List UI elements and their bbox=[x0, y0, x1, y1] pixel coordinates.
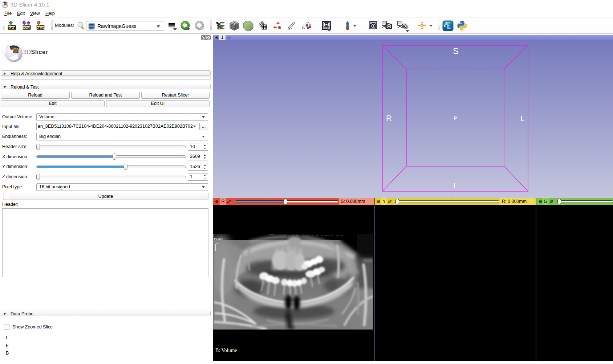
svg-text:DATA: DATA bbox=[8, 26, 16, 30]
svg-text:DCM: DCM bbox=[24, 26, 30, 30]
svg-text:L: L bbox=[520, 114, 525, 123]
svg-text:P: P bbox=[454, 115, 457, 121]
svg-text:ʇɔuʜὨ: ʇɔuʜὨ bbox=[214, 237, 223, 241]
svg-text:I: I bbox=[453, 181, 455, 190]
svg-text:SAVE: SAVE bbox=[37, 26, 44, 30]
svg-text:R: R bbox=[386, 114, 392, 123]
svg-text:S: S bbox=[453, 46, 459, 56]
